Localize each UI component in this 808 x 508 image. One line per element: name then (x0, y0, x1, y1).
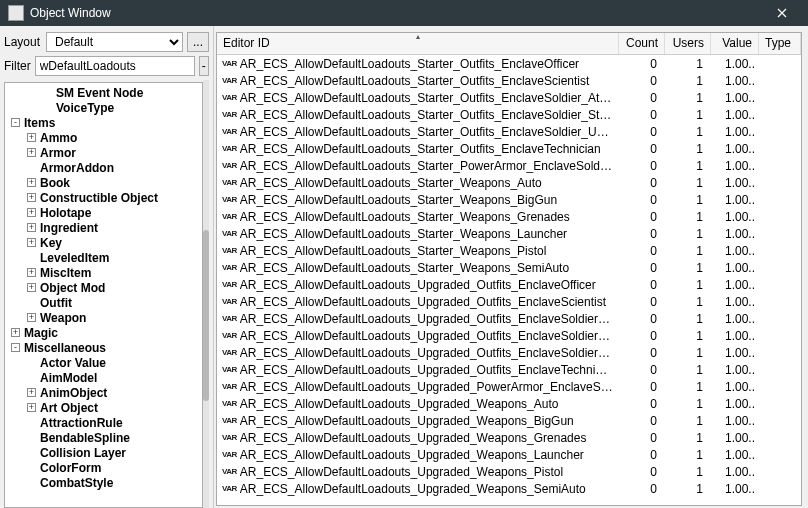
tree-node[interactable]: +Ingredient (5, 220, 202, 235)
cell-users: 1 (665, 465, 711, 479)
tree-node[interactable]: VoiceType (5, 100, 202, 115)
close-button[interactable] (762, 0, 802, 26)
var-tag-icon: VAR (222, 331, 237, 340)
cell-editor-id: AR_ECS_AllowDefaultLoadouts_Upgraded_Wea… (240, 397, 619, 411)
tree-node-label: Armor (40, 146, 76, 160)
tree-node[interactable]: Collision Layer (5, 445, 202, 460)
tree-node[interactable]: +Magic (5, 325, 202, 340)
collapse-icon[interactable]: - (11, 118, 20, 127)
tree-node[interactable]: +AnimObject (5, 385, 202, 400)
tree-node[interactable]: Outfit (5, 295, 202, 310)
cell-users: 1 (665, 346, 711, 360)
table-row[interactable]: VARAR_ECS_AllowDefaultLoadouts_Starter_O… (217, 89, 801, 106)
table-row[interactable]: VARAR_ECS_AllowDefaultLoadouts_Starter_W… (217, 191, 801, 208)
table-row[interactable]: VARAR_ECS_AllowDefaultLoadouts_Upgraded_… (217, 344, 801, 361)
expand-icon[interactable]: + (27, 238, 36, 247)
expand-icon[interactable]: + (27, 283, 36, 292)
cell-value: 1.00.. (711, 261, 759, 275)
column-type[interactable]: Type (759, 33, 801, 54)
tree-node[interactable]: BendableSpline (5, 430, 202, 445)
expand-icon[interactable]: + (27, 313, 36, 322)
expand-icon[interactable]: + (27, 388, 36, 397)
tree-node[interactable]: SM Event Node (5, 85, 202, 100)
table-row[interactable]: VARAR_ECS_AllowDefaultLoadouts_Starter_P… (217, 157, 801, 174)
table-row[interactable]: VARAR_ECS_AllowDefaultLoadouts_Starter_O… (217, 106, 801, 123)
tree-node-label: MiscItem (40, 266, 91, 280)
tree-node[interactable]: Actor Value (5, 355, 202, 370)
column-count[interactable]: Count (619, 33, 665, 54)
expand-icon[interactable]: + (27, 133, 36, 142)
tree-node[interactable]: ArmorAddon (5, 160, 202, 175)
table-row[interactable]: VARAR_ECS_AllowDefaultLoadouts_Upgraded_… (217, 463, 801, 480)
filter-clear-button[interactable]: - (199, 56, 209, 76)
table-row[interactable]: VARAR_ECS_AllowDefaultLoadouts_Upgraded_… (217, 429, 801, 446)
tree-node[interactable]: +MiscItem (5, 265, 202, 280)
column-editor-id[interactable]: Editor ID ▴ (217, 33, 619, 54)
tree-node[interactable]: +Art Object (5, 400, 202, 415)
tree-node[interactable]: ColorForm (5, 460, 202, 475)
category-tree[interactable]: SM Event NodeVoiceType-Items+Ammo+ArmorA… (4, 82, 203, 508)
tree-node[interactable]: CombatStyle (5, 475, 202, 490)
table-row[interactable]: VARAR_ECS_AllowDefaultLoadouts_Upgraded_… (217, 293, 801, 310)
tree-node-label: Actor Value (40, 356, 106, 370)
table-row[interactable]: VARAR_ECS_AllowDefaultLoadouts_Upgraded_… (217, 378, 801, 395)
cell-value: 1.00.. (711, 125, 759, 139)
expand-icon[interactable]: + (27, 223, 36, 232)
expand-icon[interactable]: + (27, 403, 36, 412)
expand-icon[interactable]: + (27, 178, 36, 187)
cell-users: 1 (665, 227, 711, 241)
layout-more-button[interactable]: ... (187, 32, 209, 52)
expand-icon[interactable]: + (11, 328, 20, 337)
tree-node[interactable]: LeveledItem (5, 250, 202, 265)
table-row[interactable]: VARAR_ECS_AllowDefaultLoadouts_Starter_W… (217, 208, 801, 225)
cell-editor-id: AR_ECS_AllowDefaultLoadouts_Upgraded_Pow… (240, 380, 619, 394)
table-row[interactable]: VARAR_ECS_AllowDefaultLoadouts_Upgraded_… (217, 480, 801, 497)
tree-node-label: Book (40, 176, 70, 190)
table-row[interactable]: VARAR_ECS_AllowDefaultLoadouts_Starter_O… (217, 123, 801, 140)
expand-icon[interactable]: + (27, 208, 36, 217)
tree-scrollbar[interactable] (203, 80, 209, 508)
tree-node[interactable]: AimModel (5, 370, 202, 385)
table-row[interactable]: VARAR_ECS_AllowDefaultLoadouts_Upgraded_… (217, 310, 801, 327)
table-row[interactable]: VARAR_ECS_AllowDefaultLoadouts_Upgraded_… (217, 412, 801, 429)
tree-node[interactable]: +Constructible Object (5, 190, 202, 205)
table-row[interactable]: VARAR_ECS_AllowDefaultLoadouts_Starter_O… (217, 55, 801, 72)
table-row[interactable]: VARAR_ECS_AllowDefaultLoadouts_Starter_O… (217, 72, 801, 89)
tree-node[interactable]: -Items (5, 115, 202, 130)
table-row[interactable]: VARAR_ECS_AllowDefaultLoadouts_Starter_W… (217, 242, 801, 259)
filter-input[interactable] (35, 56, 195, 76)
table-body[interactable]: VARAR_ECS_AllowDefaultLoadouts_Starter_O… (217, 55, 801, 505)
tree-node[interactable]: +Holotape (5, 205, 202, 220)
tree-node[interactable]: AttractionRule (5, 415, 202, 430)
tree-scroll-thumb[interactable] (203, 230, 209, 401)
tree-node[interactable]: +Object Mod (5, 280, 202, 295)
expand-icon[interactable]: + (27, 193, 36, 202)
cell-users: 1 (665, 448, 711, 462)
table-row[interactable]: VARAR_ECS_AllowDefaultLoadouts_Starter_W… (217, 259, 801, 276)
tree-node[interactable]: -Miscellaneous (5, 340, 202, 355)
table-row[interactable]: VARAR_ECS_AllowDefaultLoadouts_Starter_O… (217, 140, 801, 157)
table-row[interactable]: VARAR_ECS_AllowDefaultLoadouts_Starter_W… (217, 225, 801, 242)
cell-editor-id: AR_ECS_AllowDefaultLoadouts_Starter_Outf… (240, 142, 619, 156)
expand-icon[interactable]: + (27, 148, 36, 157)
tree-node[interactable]: +Armor (5, 145, 202, 160)
collapse-icon[interactable]: - (11, 343, 20, 352)
tree-node[interactable]: +Ammo (5, 130, 202, 145)
tree-node[interactable]: +Weapon (5, 310, 202, 325)
tree-node[interactable]: +Key (5, 235, 202, 250)
table-row[interactable]: VARAR_ECS_AllowDefaultLoadouts_Upgraded_… (217, 446, 801, 463)
table-row[interactable]: VARAR_ECS_AllowDefaultLoadouts_Upgraded_… (217, 276, 801, 293)
expand-icon[interactable]: + (27, 268, 36, 277)
tree-node[interactable]: +Book (5, 175, 202, 190)
column-users[interactable]: Users (665, 33, 711, 54)
table-row[interactable]: VARAR_ECS_AllowDefaultLoadouts_Upgraded_… (217, 395, 801, 412)
table-row[interactable]: VARAR_ECS_AllowDefaultLoadouts_Starter_W… (217, 174, 801, 191)
var-tag-icon: VAR (222, 246, 237, 255)
table-row[interactable]: VARAR_ECS_AllowDefaultLoadouts_Upgraded_… (217, 327, 801, 344)
cell-editor-id: AR_ECS_AllowDefaultLoadouts_Upgraded_Out… (240, 346, 619, 360)
layout-select[interactable]: Default (46, 32, 183, 52)
cell-editor-id: AR_ECS_AllowDefaultLoadouts_Starter_Outf… (240, 108, 619, 122)
cell-value: 1.00.. (711, 227, 759, 241)
column-value[interactable]: Value (711, 33, 759, 54)
table-row[interactable]: VARAR_ECS_AllowDefaultLoadouts_Upgraded_… (217, 361, 801, 378)
